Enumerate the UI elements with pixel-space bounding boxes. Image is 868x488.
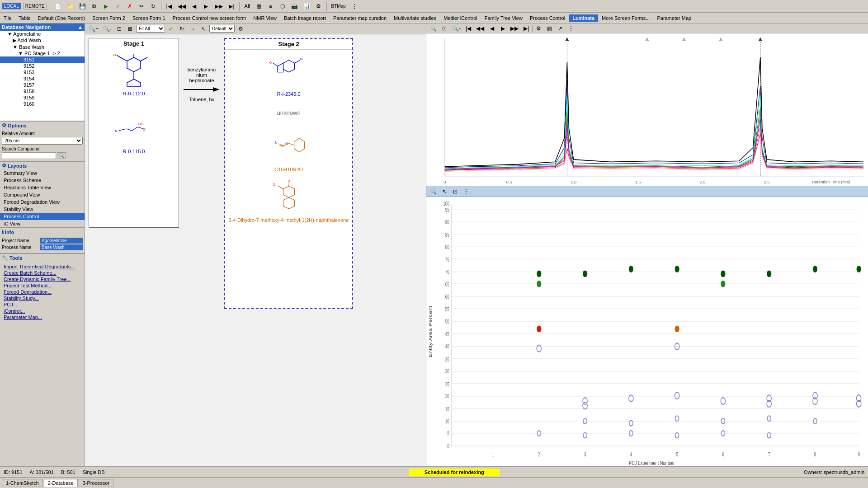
menu-nmrview[interactable]: NMR View xyxy=(250,14,280,22)
menu-screenform1[interactable]: Screen Form 1 xyxy=(129,14,169,22)
tree-9154[interactable]: 9154 xyxy=(0,75,85,82)
refresh2-icon[interactable]: ↻ xyxy=(177,25,187,33)
tool-stability[interactable]: Stability Study... xyxy=(2,295,83,301)
scissors-icon[interactable]: ✂ xyxy=(137,2,146,10)
extra-icon[interactable]: ⋮ xyxy=(349,2,359,10)
tree-pcstage[interactable]: ▼ PC Stage 1 -> 2 xyxy=(0,50,85,56)
options-header[interactable]: ⚙ Options xyxy=(0,121,85,129)
tool-import[interactable]: Import Theoretical Degradants... xyxy=(2,263,83,270)
save-icon[interactable]: 💾 xyxy=(77,2,88,10)
next-next-icon[interactable]: ▶▶ xyxy=(213,2,225,10)
gear2-icon[interactable]: ⚙ xyxy=(236,25,245,33)
tab-database[interactable]: 2-Database xyxy=(44,479,78,487)
cursor-icon[interactable]: ↖ xyxy=(198,25,208,33)
tool-batch[interactable]: Create Batch Scheme... xyxy=(2,270,83,276)
copy-icon[interactable]: ⧉ xyxy=(90,2,99,10)
tree-9158[interactable]: 9158 xyxy=(0,88,85,94)
chrom-next2[interactable]: ▶▶ xyxy=(509,24,520,33)
check-icon[interactable]: ✓ xyxy=(113,2,123,10)
tree-9153[interactable]: 9153 xyxy=(0,69,85,75)
search-compound-input[interactable] xyxy=(2,152,56,159)
menu-multivariate[interactable]: Multivariate studies xyxy=(390,14,440,22)
layouts-header[interactable]: ⚙ Layouts xyxy=(0,161,85,169)
remote-button[interactable]: REMOTE xyxy=(23,3,47,9)
menu-pcnewscreen[interactable]: Process Control new screen form xyxy=(169,14,250,22)
info-header[interactable]: ℹ Info xyxy=(0,228,85,236)
camera-icon[interactable]: 📷 xyxy=(289,2,300,10)
display-select[interactable]: Default Color xyxy=(209,25,235,33)
layout-summary[interactable]: Summary View xyxy=(0,169,85,177)
gallery-icon[interactable]: ▦ xyxy=(254,2,264,10)
mol-icon[interactable]: ⬡ xyxy=(278,2,288,10)
zoom-fit-icon[interactable]: ⊡ xyxy=(114,25,124,33)
tab-chemsketch[interactable]: 1-ChemSketch xyxy=(2,479,43,487)
chrom-zoom-fit[interactable]: ⊡ xyxy=(439,24,449,33)
db-nav-collapse-icon[interactable]: ▲ xyxy=(78,24,83,30)
fit-select[interactable]: Fit All Fit Width xyxy=(136,25,165,33)
all-icon[interactable]: All xyxy=(242,2,252,10)
refresh-icon[interactable]: ↻ xyxy=(148,2,158,10)
check2-icon[interactable]: ✓ xyxy=(166,25,176,33)
zoom-out-icon[interactable]: 🔍- xyxy=(101,25,113,33)
layout-ic[interactable]: iC View xyxy=(0,220,85,227)
tree-basewash[interactable]: ▼ Base Wash xyxy=(0,44,85,50)
new-icon[interactable]: 📄 xyxy=(53,2,63,10)
chrom-export[interactable]: ↗ xyxy=(555,24,565,33)
tools-header[interactable]: 🔧 Tools xyxy=(0,253,85,262)
tree-acidwash[interactable]: ▶ Acid Wash xyxy=(0,37,85,44)
prev-icon[interactable]: ◀ xyxy=(189,2,199,10)
next-icon[interactable]: ▶ xyxy=(201,2,211,10)
scatter-zoom-icon[interactable]: 🔍 xyxy=(428,188,439,196)
zoom-select-icon[interactable]: ⊠ xyxy=(125,25,135,33)
scatter-zoom2-icon[interactable]: ⊡ xyxy=(450,188,460,196)
chrom-prev[interactable]: ◀◀ xyxy=(474,24,486,33)
tool-icontrol[interactable]: iControl... xyxy=(2,308,83,314)
chrom-zoom-in[interactable]: 🔍 xyxy=(428,24,439,33)
chrom-more[interactable]: ⋮ xyxy=(566,24,576,33)
layout-compound[interactable]: Compound View xyxy=(0,191,85,198)
play-icon[interactable]: ▶ xyxy=(101,2,111,10)
chrom-settings[interactable]: ⚙ xyxy=(533,24,543,33)
layout-stability[interactable]: Stability View xyxy=(0,206,85,213)
menu-mettler[interactable]: Mettler iControl xyxy=(440,14,481,22)
scatter-more-icon[interactable]: ⋮ xyxy=(461,188,471,196)
search-compound-button[interactable]: 🔍 xyxy=(57,152,66,159)
arrow-icon[interactable]: → xyxy=(188,25,198,33)
open-icon[interactable]: 📁 xyxy=(65,2,75,10)
menu-processcontrol[interactable]: Process Control xyxy=(526,14,569,22)
layout-degradation[interactable]: Forced Degradation View xyxy=(0,198,85,206)
chrom-last[interactable]: ▶| xyxy=(521,24,531,33)
menu-morescreens[interactable]: More Screen Forms... xyxy=(598,14,653,22)
db-nav-header[interactable]: Database Navigation ▲ xyxy=(0,23,85,31)
local-button[interactable]: LOCAL xyxy=(2,3,21,9)
layout-processcontrol[interactable]: Process Control xyxy=(0,213,85,220)
list-icon[interactable]: ≡ xyxy=(266,2,276,10)
scatter-cursor-icon[interactable]: ↖ xyxy=(439,188,449,196)
menu-table[interactable]: Table xyxy=(15,14,34,22)
layout-processscheme[interactable]: Process Scheme xyxy=(0,177,85,184)
tool-family[interactable]: Create Dynamic Family Tree... xyxy=(2,276,83,282)
menu-parammap[interactable]: Parameter Map xyxy=(653,14,695,22)
tree-9160[interactable]: 9160 xyxy=(0,101,85,107)
layout-reactions[interactable]: Reactions Table View xyxy=(0,184,85,191)
settings-icon[interactable]: ⚙ xyxy=(314,2,324,10)
zoom-in-icon[interactable]: 🔍+ xyxy=(87,25,100,33)
tool-parammap[interactable]: Parameter Map... xyxy=(2,314,83,320)
tree-9151[interactable]: 9151 xyxy=(0,56,85,63)
tool-pcj[interactable]: PCJ... xyxy=(2,301,83,308)
chrom-prev2[interactable]: ◀ xyxy=(487,24,497,33)
menu-luminata[interactable]: Luminata xyxy=(569,14,598,22)
tree-9159[interactable]: 9159 xyxy=(0,94,85,101)
menu-tile[interactable]: Tile xyxy=(0,14,15,22)
chrom-next[interactable]: ▶ xyxy=(498,24,508,33)
menu-default[interactable]: Default (One Record) xyxy=(34,14,89,22)
tool-forced[interactable]: Forced Degradation... xyxy=(2,289,83,295)
first-icon[interactable]: |◀ xyxy=(164,2,174,10)
btmap-icon[interactable]: BTMap xyxy=(330,3,348,9)
x-icon[interactable]: ✗ xyxy=(125,2,135,10)
tab-processor[interactable]: 3-Processor xyxy=(79,479,113,487)
chart-icon[interactable]: 📊 xyxy=(302,2,312,10)
menu-familytree[interactable]: Family Tree View xyxy=(481,14,526,22)
tree-agomelatine[interactable]: ▼ Agomelatine xyxy=(0,31,85,37)
tool-testmethod[interactable]: Project Test Method... xyxy=(2,282,83,289)
